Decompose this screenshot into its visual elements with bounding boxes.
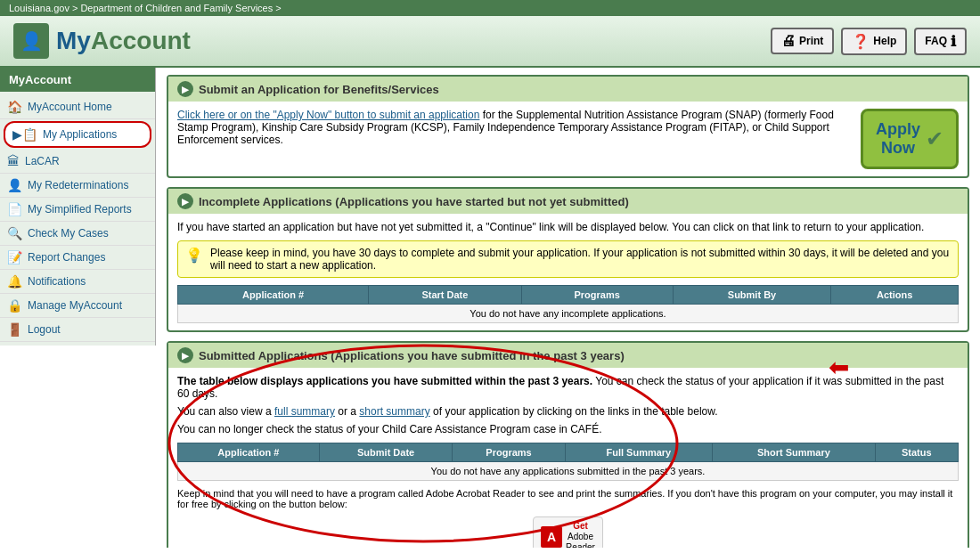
print-button[interactable]: 🖨 Print bbox=[771, 28, 834, 54]
col-programs: Programs bbox=[521, 286, 673, 305]
manage-icon: 🔒 bbox=[7, 298, 22, 313]
home-icon: 🏠 bbox=[7, 100, 22, 114]
no-incomplete-applications: You do not have any incomplete applicati… bbox=[178, 305, 959, 323]
table-row: You do not have any incomplete applicati… bbox=[178, 305, 959, 323]
breadcrumb: Louisiana.gov > Department of Children a… bbox=[0, 0, 980, 16]
col-status: Status bbox=[875, 443, 958, 462]
warning-text: Please keep in mind, you have 30 days to… bbox=[210, 247, 951, 272]
incomplete-applications-section: ▶ Incomplete Applications (Applications … bbox=[167, 187, 969, 332]
help-icon: ❓ bbox=[852, 33, 870, 50]
help-button[interactable]: ❓ Help bbox=[841, 28, 907, 55]
col-submit-by: Submit By bbox=[673, 286, 831, 305]
submitted-header-icon: ▶ bbox=[177, 347, 193, 363]
col-app-num: Application # bbox=[178, 443, 320, 462]
submit-application-text: Click here or on the "Apply Now" button … bbox=[177, 109, 959, 146]
warning-box: 💡 Please keep in mind, you have 30 days … bbox=[177, 240, 959, 278]
adobe-reader-badge[interactable]: A Get Adobe Reader bbox=[533, 516, 603, 548]
sidebar-item-redeterminations[interactable]: 👤 My Redeterminations bbox=[0, 174, 155, 198]
col-short-summary: Short Summary bbox=[713, 443, 875, 462]
sidebar-item-myaccount-home[interactable]: 🏠 MyAccount Home bbox=[0, 95, 155, 119]
sidebar-item-check-my-cases[interactable]: 🔍 Check My Cases bbox=[0, 222, 155, 246]
submit-application-body: Apply Now ✔ Click here or on the "Apply … bbox=[168, 102, 968, 176]
header-buttons: 🖨 Print ❓ Help FAQ ℹ bbox=[771, 28, 967, 55]
col-application-num: Application # bbox=[178, 286, 369, 305]
submitted-applications-title: Submitted Applications (Applications you… bbox=[199, 349, 625, 362]
notifications-icon: 🔔 bbox=[7, 274, 22, 289]
sidebar-nav: 🏠 MyAccount Home ▶📋 My Applications 🏛 La… bbox=[0, 92, 155, 346]
col-programs2: Programs bbox=[453, 443, 565, 462]
submit-application-header: ▶ Submit an Application for Benefits/Ser… bbox=[168, 77, 968, 102]
warning-icon: 💡 bbox=[185, 247, 203, 264]
incomplete-applications-table: Application # Start Date Programs Submit… bbox=[177, 285, 959, 323]
submit-application-section: ▶ Submit an Application for Benefits/Ser… bbox=[167, 75, 969, 178]
check-cases-icon: 🔍 bbox=[7, 226, 22, 240]
col-submit-date: Submit Date bbox=[319, 443, 453, 462]
sidebar-item-manage-myaccount[interactable]: 🔒 Manage MyAccount bbox=[0, 294, 155, 318]
print-icon: 🖨 bbox=[781, 33, 796, 49]
apply-checkmark-icon: ✔ bbox=[926, 126, 943, 151]
submitted-para2: You can also view a full summary or a sh… bbox=[177, 405, 959, 418]
submitted-applications-body: The table below displays applications yo… bbox=[168, 368, 968, 548]
col-actions: Actions bbox=[831, 286, 959, 305]
applications-icon: ▶📋 bbox=[12, 127, 37, 142]
info-icon: ℹ bbox=[951, 33, 956, 50]
right-annotation-area: ⬅ Applications submitted online will app… bbox=[829, 353, 976, 382]
submit-application-title: Submit an Application for Benefits/Servi… bbox=[199, 83, 439, 96]
report-changes-icon: 📝 bbox=[7, 250, 22, 264]
incomplete-applications-body: If you have started an application but h… bbox=[168, 214, 968, 330]
apply-now-button[interactable]: Apply Now ✔ bbox=[861, 109, 959, 169]
logo-area: 👤 MyAccount bbox=[13, 23, 191, 59]
redeterminations-icon: 👤 bbox=[7, 178, 22, 192]
logo-text: MyAccount bbox=[56, 27, 191, 55]
main-layout: MyAccount 🏠 MyAccount Home ▶📋 My Applica… bbox=[0, 68, 980, 548]
sidebar-item-logout[interactable]: 🚪 Logout bbox=[0, 318, 155, 342]
adobe-icon: A bbox=[541, 526, 562, 548]
incomplete-applications-title: Incomplete Applications (Applications yo… bbox=[199, 195, 629, 208]
sidebar-wrapper: MyAccount 🏠 MyAccount Home ▶📋 My Applica… bbox=[0, 68, 156, 548]
col-full-summary: Full Summary bbox=[565, 443, 713, 462]
content-area: ▶ Submit an Application for Benefits/Ser… bbox=[156, 68, 980, 548]
submitted-applications-table: Application # Submit Date Programs Full … bbox=[177, 443, 959, 481]
apply-now-link[interactable]: Click here or on the "Apply Now" button … bbox=[177, 109, 479, 121]
faq-button[interactable]: FAQ ℹ bbox=[914, 28, 967, 55]
logout-icon: 🚪 bbox=[7, 322, 22, 337]
lacar-icon: 🏛 bbox=[7, 154, 20, 168]
simplified-reports-icon: 📄 bbox=[7, 202, 22, 216]
sidebar-title: MyAccount bbox=[0, 68, 155, 92]
sidebar-item-notifications[interactable]: 🔔 Notifications bbox=[0, 270, 155, 294]
incomplete-applications-header: ▶ Incomplete Applications (Applications … bbox=[168, 189, 968, 214]
submit-header-icon: ▶ bbox=[177, 81, 193, 97]
incomplete-intro-text: If you have started an application but h… bbox=[177, 221, 959, 233]
sidebar: MyAccount 🏠 MyAccount Home ▶📋 My Applica… bbox=[0, 68, 156, 346]
adobe-reader-label: Get Adobe Reader bbox=[566, 521, 595, 548]
sidebar-item-report-changes[interactable]: 📝 Report Changes bbox=[0, 246, 155, 270]
sidebar-item-my-applications[interactable]: ▶📋 My Applications bbox=[4, 121, 151, 148]
header: 👤 MyAccount 🖨 Print ❓ Help FAQ ℹ bbox=[0, 16, 980, 68]
full-summary-link[interactable]: full summary bbox=[274, 405, 335, 418]
incomplete-header-icon: ▶ bbox=[177, 193, 193, 209]
table-row: You do not have any applications submitt… bbox=[178, 462, 959, 481]
right-red-arrow: ⬅ bbox=[829, 353, 849, 382]
submitted-para3: You can no longer check the status of yo… bbox=[177, 423, 959, 435]
sidebar-item-simplified-reports[interactable]: 📄 My Simplified Reports bbox=[0, 198, 155, 222]
logo-icon: 👤 bbox=[13, 23, 49, 59]
col-start-date: Start Date bbox=[369, 286, 522, 305]
content-wrapper: ▶ Submit an Application for Benefits/Ser… bbox=[156, 68, 980, 548]
submit-application-content: Apply Now ✔ Click here or on the "Apply … bbox=[177, 109, 959, 169]
sidebar-item-lacar[interactable]: 🏛 LaCAR bbox=[0, 150, 155, 174]
no-submitted-applications: You do not have any applications submitt… bbox=[178, 462, 959, 481]
submitted-footer-text: Keep in mind that you will need to have … bbox=[177, 488, 959, 509]
short-summary-link[interactable]: short summary bbox=[359, 405, 429, 418]
adobe-reader-section: A Get Adobe Reader bbox=[177, 516, 959, 548]
